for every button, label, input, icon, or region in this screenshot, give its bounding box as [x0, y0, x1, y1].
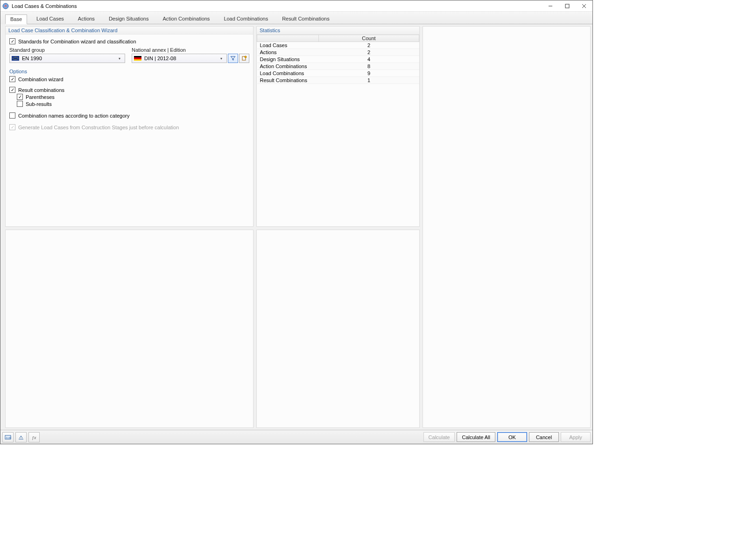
mid-bottom-panel — [256, 230, 420, 428]
std-group-select[interactable]: EN 1990 ▾ — [9, 54, 125, 63]
stats-row-name: Load Cases — [257, 42, 319, 49]
tab-actions[interactable]: Actions — [73, 14, 99, 24]
apply-button: Apply — [561, 432, 591, 442]
stats-row-name: Load Combinations — [257, 70, 319, 77]
statistics-header: Statistics — [257, 27, 419, 35]
tab-base[interactable]: Base — [5, 14, 27, 24]
statistics-panel: Statistics Count Load Cases2Actions2Desi… — [256, 26, 420, 227]
stats-row: Actions2 — [257, 49, 419, 56]
function-button[interactable]: ƒx — [28, 432, 40, 442]
combo-wizard-label: Combination wizard — [18, 77, 63, 82]
calculate-button: Calculate — [423, 432, 455, 442]
right-panel — [423, 26, 591, 428]
wizard-panel: Load Case Classification & Combination W… — [5, 26, 254, 227]
de-flag-icon — [134, 56, 141, 61]
stats-row-count: 1 — [319, 77, 419, 84]
svg-text:0.00: 0.00 — [6, 436, 11, 439]
svg-point-6 — [245, 56, 247, 58]
annex-select[interactable]: DIN | 2012-08 ▾ — [132, 54, 227, 63]
tabbar: BaseLoad CasesActionsDesign SituationsAc… — [5, 14, 592, 24]
app-icon — [2, 3, 9, 9]
combo-names-label: Combination names according to action ca… — [18, 113, 129, 119]
stats-row: Load Cases2 — [257, 42, 419, 49]
tab-load-cases[interactable]: Load Cases — [32, 14, 69, 24]
stats-col-name — [257, 35, 319, 42]
stats-row: Design Situations4 — [257, 56, 419, 63]
standards-checkbox[interactable] — [9, 38, 15, 44]
eu-flag-icon — [12, 56, 19, 61]
filter-button[interactable] — [228, 54, 238, 63]
tab-action-combinations[interactable]: Action Combinations — [158, 14, 214, 24]
annex-value: DIN | 2012-08 — [144, 56, 218, 61]
left-bottom-panel — [5, 230, 254, 428]
combo-names-checkbox[interactable] — [9, 112, 15, 119]
stats-col-count: Count — [319, 35, 419, 42]
stats-row-name: Design Situations — [257, 56, 319, 63]
close-button[interactable] — [576, 0, 592, 12]
minimize-button[interactable] — [542, 0, 559, 12]
generate-lc-checkbox — [9, 124, 15, 130]
combo-wizard-checkbox[interactable] — [9, 76, 15, 82]
annex-label: National annex | Edition — [132, 47, 249, 53]
new-annex-button[interactable] — [239, 54, 249, 63]
stats-row-name: Action Combinations — [257, 63, 319, 70]
stats-row-count: 9 — [319, 70, 419, 77]
wizard-panel-header: Load Case Classification & Combination W… — [6, 27, 253, 35]
generate-lc-label: Generate Load Cases from Construction St… — [18, 125, 179, 130]
tab-load-combinations[interactable]: Load Combinations — [219, 14, 273, 24]
units-button[interactable]: 0.00 — [2, 432, 14, 442]
ok-button[interactable]: OK — [497, 432, 527, 442]
stats-row-count: 8 — [319, 63, 419, 70]
tab-result-combinations[interactable]: Result Combinations — [277, 14, 334, 24]
result-combos-checkbox[interactable] — [9, 87, 15, 93]
subresults-checkbox[interactable] — [17, 101, 23, 107]
stats-row: Result Combinations1 — [257, 77, 419, 84]
chevron-down-icon: ▾ — [116, 56, 123, 61]
std-group-value: EN 1990 — [22, 56, 116, 61]
parentheses-checkbox[interactable] — [17, 94, 23, 100]
maximize-button[interactable] — [559, 0, 576, 12]
cancel-button[interactable]: Cancel — [529, 432, 559, 442]
std-group-label: Standard group — [9, 47, 125, 53]
calculate-all-button[interactable]: Calculate All — [457, 432, 495, 442]
window-title: Load Cases & Combinations — [12, 3, 77, 9]
chevron-down-icon: ▾ — [218, 56, 225, 61]
stats-row: Action Combinations8 — [257, 63, 419, 70]
tab-design-situations[interactable]: Design Situations — [104, 14, 154, 24]
content-area: Load Case Classification & Combination W… — [0, 24, 592, 430]
svg-text:ƒx: ƒx — [32, 435, 36, 440]
standards-checkbox-label: Standards for Combination wizard and cla… — [18, 39, 136, 44]
stats-row: Load Combinations9 — [257, 70, 419, 77]
stats-row-count: 2 — [319, 49, 419, 56]
statistics-table: Count Load Cases2Actions2Design Situatio… — [257, 35, 419, 84]
stats-row-name: Actions — [257, 49, 319, 56]
options-header: Options — [9, 69, 249, 74]
stats-row-name: Result Combinations — [257, 77, 319, 84]
subresults-label: Sub-results — [26, 101, 52, 107]
stats-row-count: 2 — [319, 42, 419, 49]
footer-bar: 0.00 ƒx Calculate Calculate All OK Cance… — [0, 430, 592, 444]
tabbar-container: BaseLoad CasesActionsDesign SituationsAc… — [0, 12, 592, 24]
export-button[interactable] — [15, 432, 27, 442]
stats-row-count: 4 — [319, 56, 419, 63]
result-combos-label: Result combinations — [18, 87, 64, 93]
parentheses-label: Parentheses — [26, 94, 55, 100]
titlebar: Load Cases & Combinations — [0, 0, 592, 12]
svg-rect-2 — [565, 4, 569, 8]
